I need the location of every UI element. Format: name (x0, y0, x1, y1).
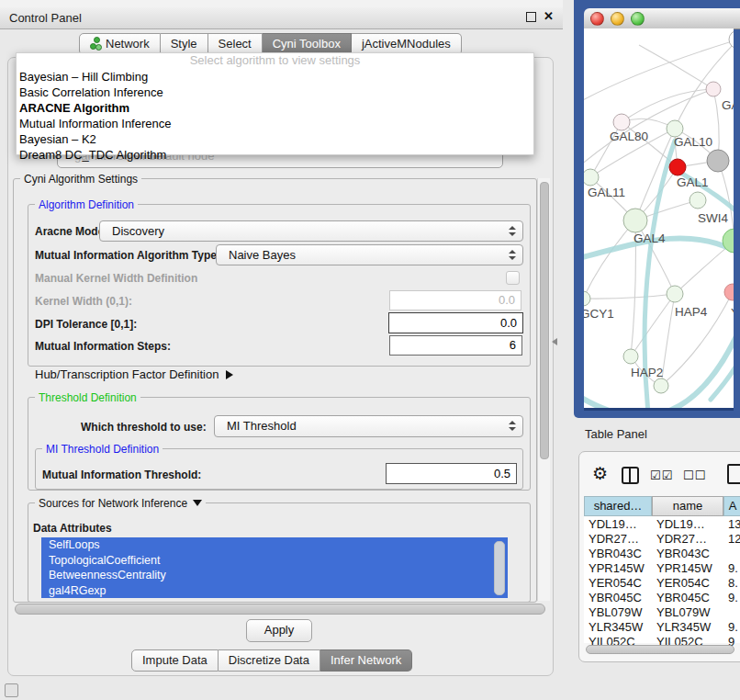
float-button[interactable] (526, 12, 536, 22)
mi-steps-field[interactable]: 6 (389, 335, 522, 356)
top-strip (0, 0, 563, 7)
close-button[interactable]: ✕ (544, 11, 554, 22)
aracne-mode-value: Discovery (100, 221, 522, 241)
attribute-item[interactable]: SelfLoops (41, 537, 508, 553)
network-node-GAL4[interactable] (623, 209, 647, 232)
sources-group-title[interactable]: Sources for Network Inference (35, 497, 206, 510)
which-threshold-combo[interactable]: MI Threshold (214, 415, 523, 437)
network-node-GAL80[interactable] (613, 114, 630, 130)
column-header-third[interactable]: A (723, 496, 740, 516)
network-node[interactable] (707, 150, 729, 172)
split-columns-icon[interactable] (622, 467, 639, 484)
algorithm-option[interactable]: ARACNE Algorithm (17, 100, 533, 116)
table-cell: YDR27… (589, 532, 652, 547)
algorithm-option[interactable]: Mutual Information Inference (17, 116, 533, 131)
algorithm-option[interactable]: Bayesian – Hill Climbing (17, 69, 533, 85)
table-row[interactable]: YBR045CYBR045C9. (584, 591, 740, 605)
network-node-GAL1[interactable] (669, 159, 686, 175)
table-horizontal-scrollbar[interactable] (586, 645, 734, 654)
network-node-GAL11[interactable] (584, 169, 599, 186)
algorithm-option[interactable]: Dream8 DC_TDC Algorithm (17, 147, 533, 163)
attribute-item[interactable]: TopologicalCoefficient (41, 553, 508, 569)
mi-type-label: Mutual Information Algorithm Type: (35, 249, 220, 262)
network-node-label: GCY1 (584, 307, 614, 321)
table-row[interactable]: YBL079WYBL079W (584, 605, 740, 620)
dpi-tolerance-field[interactable]: 0.0 (388, 312, 523, 333)
mi-type-combo[interactable]: Naive Bayes (216, 244, 523, 265)
tab-impute-data[interactable]: Impute Data (131, 649, 219, 672)
network-node-label: GAL (722, 98, 734, 112)
table-row[interactable]: YLR345WYLR345W9. (584, 620, 740, 635)
table-cell: YDR27… (656, 532, 723, 547)
attribute-item[interactable]: gal4RGexp (41, 583, 508, 599)
table-row[interactable]: YER054CYER054C8. (584, 576, 740, 591)
apply-button[interactable]: Apply (246, 619, 312, 642)
spinner-arrows-icon (509, 421, 516, 432)
network-node-SWI4[interactable] (690, 192, 706, 209)
spinner-arrows-icon (509, 226, 516, 237)
manual-kernel-checkbox[interactable] (506, 271, 520, 285)
bottom-tabs: Impute DataDiscretize DataInfer Network (131, 649, 412, 672)
document-icon[interactable] (727, 464, 740, 484)
network-node-Y[interactable] (724, 284, 734, 300)
tab-label: Select (219, 37, 252, 51)
table-row[interactable]: YPR145WYPR145W9. (584, 561, 740, 576)
tab-discretize-data[interactable]: Discretize Data (219, 649, 320, 672)
algorithm-option[interactable]: Bayesian – K2 (17, 131, 533, 147)
minimize-traffic-light[interactable] (611, 12, 624, 26)
attribute-item[interactable]: BetweennessCentrality (41, 568, 508, 583)
panel-splitter-handle[interactable] (552, 338, 557, 345)
table-cell: 12 (728, 532, 740, 547)
tab-label: Network (106, 37, 150, 51)
table-row[interactable]: YDL19…YDL19…13 (584, 517, 740, 532)
network-node-HAP4[interactable] (667, 286, 683, 302)
mi-steps-label: Mutual Information Steps: (35, 340, 171, 353)
control-panel-titlebar: Control Panel ✕ (0, 7, 563, 29)
close-traffic-light[interactable] (590, 12, 604, 26)
hub-definition-label: Hub/Transcription Factor Definition (35, 367, 219, 381)
network-node-HAP2[interactable] (623, 349, 638, 364)
checked-checkboxes-icon[interactable]: ☑☑ (650, 469, 673, 482)
manual-kernel-label: Manual Kernel Width Definition (35, 272, 197, 285)
network-node-label: GAL11 (588, 186, 625, 199)
algorithm-dropdown-popup: Select algorithm to view settings Bayesi… (16, 52, 534, 155)
table-row[interactable]: YDR27…YDR27…12 (584, 532, 740, 547)
mi-threshold-group-title: MI Threshold Definition (42, 443, 163, 456)
network-canvas[interactable]: GALGAL80GAL10GAL1GAL11SWI4GAL4GCY1HAP4YH… (584, 28, 734, 408)
collapsed-panel-handle[interactable] (5, 683, 18, 697)
kernel-width-label: Kernel Width (0,1): (35, 295, 132, 308)
mi-type-value: Naive Bayes (217, 245, 522, 265)
network-node-label: GAL10 (674, 135, 712, 149)
aracne-mode-combo[interactable]: Discovery (99, 220, 523, 242)
network-node[interactable] (729, 30, 734, 49)
hub-definition-expander[interactable]: Hub/Transcription Factor Definition (35, 367, 233, 381)
settings-vertical-scrollbar[interactable] (537, 178, 550, 601)
table-cell: 9. (728, 561, 740, 576)
attributes-scrollbar-thumb[interactable] (494, 541, 505, 595)
network-icon (90, 38, 101, 50)
gear-icon[interactable]: ⚙ (592, 465, 608, 482)
unchecked-checkboxes-icon[interactable]: ☐☐ (683, 469, 706, 482)
algorithm-dropdown-placeholder: Select algorithm to view settings (17, 53, 533, 69)
algorithm-option[interactable]: Basic Correlation Inference (17, 85, 533, 100)
network-window-titlebar[interactable] (584, 8, 740, 29)
collapse-down-icon (193, 500, 202, 506)
expand-right-icon (226, 370, 233, 379)
kernel-width-field[interactable]: 0.0 (389, 290, 521, 310)
table-row[interactable]: YBR043CYBR043C (584, 547, 740, 561)
network-edge (584, 294, 675, 299)
network-edge (631, 294, 675, 356)
aracne-mode-label: Aracne Mode: (35, 225, 107, 238)
tab-infer-network[interactable]: Infer Network (320, 649, 412, 672)
settings-vscroll-thumb[interactable] (540, 182, 549, 459)
column-header-shared-name[interactable]: shared… (584, 496, 652, 516)
zoom-traffic-light[interactable] (631, 12, 645, 26)
cyni-settings-title: Cyni Algorithm Settings (20, 173, 141, 186)
mi-threshold-field[interactable]: 0.5 (386, 463, 517, 484)
control-panel-title: Control Panel (9, 11, 82, 25)
column-header-name[interactable]: name (652, 496, 723, 516)
settings-horizontal-scrollbar[interactable] (15, 604, 545, 615)
network-node-GCY1[interactable] (584, 291, 590, 306)
network-node[interactable] (706, 82, 721, 96)
network-node[interactable] (654, 378, 668, 393)
